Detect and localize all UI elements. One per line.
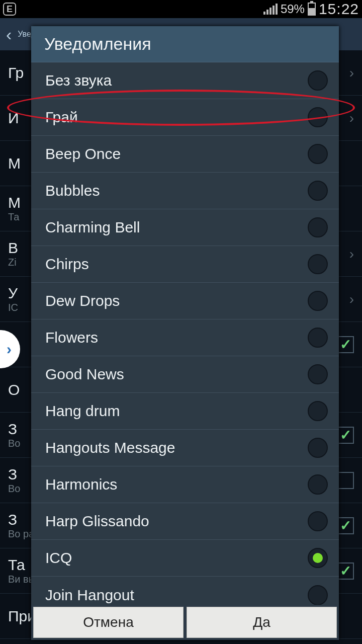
ok-button[interactable]: Да [187,607,337,638]
bg-row-sub: Во [8,438,20,449]
checkbox-checked[interactable] [337,336,354,353]
clock: 15:22 [319,1,359,18]
radio-button[interactable] [308,291,328,311]
battery-icon [308,3,316,16]
chevron-right-icon: › [349,291,354,307]
bg-row-title: З [8,466,17,482]
ringtone-option[interactable]: Chirps [31,246,339,283]
bg-row-title: М [8,194,21,211]
radio-button[interactable] [308,364,328,384]
checkbox-checked[interactable] [337,427,354,444]
chevron-right-icon: › [349,246,354,262]
ringtone-dialog: Уведомления Без звукаГрайBeep OnceBubble… [31,26,339,640]
ringtone-option[interactable]: Без звука [31,62,339,99]
bg-row-title: И [8,110,19,126]
ringtone-label: Hang drum [45,403,120,420]
ringtone-option[interactable]: Hangouts Message [31,430,339,466]
ringtone-option[interactable]: Harmonics [31,466,339,503]
cancel-button[interactable]: Отмена [33,607,184,638]
radio-button[interactable] [308,144,328,164]
ringtone-label: Грай [45,109,78,126]
back-icon[interactable]: ‹ [6,25,12,44]
radio-button[interactable] [308,328,328,348]
bg-row-title: М [8,155,21,172]
ringtone-label: Beep Once [45,145,121,163]
ringtone-option[interactable]: Dew Drops [31,283,339,319]
bg-row-title: Гр [8,64,24,81]
checkbox-checked[interactable] [337,517,354,534]
radio-button[interactable] [308,107,328,127]
bg-row-sub: Та [8,211,21,223]
signal-icon [263,4,278,15]
ringtone-option[interactable]: Bubbles [31,173,339,209]
bg-row-title: В [8,239,18,256]
bg-row-title: У [8,285,18,301]
bg-row-sub: Во ра [8,528,34,540]
ringtone-label: Bubbles [45,182,100,199]
radio-button[interactable] [308,511,328,531]
bg-row-title: Та [8,556,25,573]
ringtone-option[interactable]: Charming Bell [31,209,339,246]
ringtone-option[interactable]: ICQ [31,540,339,577]
radio-button[interactable] [308,181,328,201]
ringtone-option[interactable]: Join Hangout [31,577,339,605]
ringtone-label: ICQ [45,549,72,567]
radio-button[interactable] [308,585,328,605]
ringtone-label: Flowers [45,329,98,346]
radio-button[interactable] [308,438,328,458]
radio-button[interactable] [308,217,328,237]
bg-row-sub: IC [8,302,18,313]
eset-icon: E [3,3,16,16]
checkbox-checked[interactable] [337,562,354,580]
ringtone-label: Dew Drops [45,292,120,309]
radio-button[interactable] [308,548,328,568]
radio-button[interactable] [308,70,328,91]
status-bar: E 59% 15:22 [0,0,362,18]
checkbox-unchecked[interactable] [337,472,354,489]
ringtone-option[interactable]: Flowers [31,319,339,356]
ringtone-label: Harp Glissando [45,513,149,530]
ringtone-label: Join Hangout [45,587,134,604]
ringtone-label: Hangouts Message [45,439,175,456]
ringtone-option[interactable]: Good News [31,356,339,393]
ringtone-label: Harmonics [45,476,117,493]
ringtone-label: Charming Bell [45,219,140,236]
chevron-right-icon: › [349,65,354,81]
radio-button[interactable] [308,401,328,421]
ringtone-option[interactable]: Harp Glissando [31,503,339,540]
bg-row-title: О [8,381,20,398]
dialog-button-bar: Отмена Да [31,605,339,640]
ringtone-list[interactable]: Без звукаГрайBeep OnceBubblesCharming Be… [31,62,339,605]
battery-percent: 59% [281,2,305,16]
ringtone-option[interactable]: Beep Once [31,136,339,173]
ringtone-label: Без звука [45,72,112,89]
bg-row-title: З [8,511,17,528]
ringtone-option[interactable]: Грай [31,99,339,136]
radio-button[interactable] [308,474,328,495]
radio-button[interactable] [308,254,328,274]
bg-row-sub: Zi [8,257,18,268]
bg-row-sub: Во [8,483,20,495]
ringtone-label: Chirps [45,256,89,273]
ringtone-option[interactable]: Hang drum [31,393,339,430]
dialog-title: Уведомления [31,26,339,62]
bg-row-title: З [8,421,17,437]
chevron-right-icon: › [349,110,354,126]
ringtone-label: Good News [45,366,124,383]
